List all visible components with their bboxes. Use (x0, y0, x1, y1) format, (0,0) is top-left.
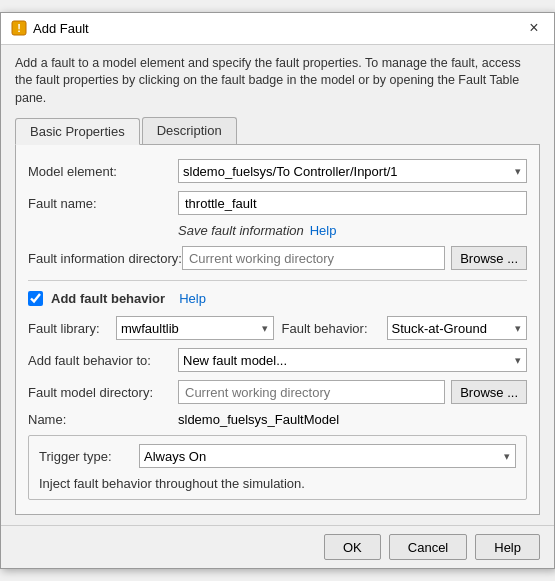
separator-1 (28, 280, 527, 281)
trigger-section: Trigger type: Always On Inject fault beh… (28, 435, 527, 500)
add-fault-behavior-to-wrapper: New fault model... (178, 348, 527, 372)
tab-basic-properties[interactable]: Basic Properties (15, 118, 140, 145)
fault-name-label: Fault name: (28, 196, 178, 211)
fault-info-dir-input[interactable] (182, 246, 445, 270)
add-fault-behavior-label: Add fault behavior (51, 291, 165, 306)
help-link-1[interactable]: Help (310, 223, 337, 238)
add-fault-behavior-to-label: Add fault behavior to: (28, 353, 178, 368)
add-fault-behavior-checkbox[interactable] (28, 291, 43, 306)
fault-icon: ! (11, 20, 27, 36)
fault-behavior-select[interactable]: Stuck-at-Ground (387, 316, 528, 340)
browse-button-2[interactable]: Browse ... (451, 380, 527, 404)
trigger-description: Inject fault behavior throughout the sim… (39, 476, 516, 491)
name-row: Name: sldemo_fuelsys_FaultModel (28, 412, 527, 427)
trigger-type-select-wrapper: Always On (139, 444, 516, 468)
tabs-container: Basic Properties Description (15, 117, 540, 145)
model-element-label: Model element: (28, 164, 178, 179)
tab-content-basic: Model element: sldemo_fuelsys/To Control… (15, 145, 540, 515)
add-fault-dialog: ! Add Fault × Add a fault to a model ele… (0, 12, 555, 570)
model-element-select-wrapper: sldemo_fuelsys/To Controller/Inport/1 (178, 159, 527, 183)
dialog-footer: OK Cancel Help (1, 525, 554, 568)
model-element-row: Model element: sldemo_fuelsys/To Control… (28, 159, 527, 183)
fault-info-dir-row: Fault information directory: Browse ... (28, 246, 527, 270)
save-fault-text: Save fault information (178, 223, 304, 238)
svg-text:!: ! (17, 22, 21, 34)
dialog-title: Add Fault (33, 21, 89, 36)
title-bar-left: ! Add Fault (11, 20, 89, 36)
fault-name-row: Fault name: (28, 191, 527, 215)
intro-text: Add a fault to a model element and speci… (15, 55, 540, 108)
add-fault-behavior-row: Add fault behavior Help (28, 291, 527, 306)
dialog-body: Add a fault to a model element and speci… (1, 45, 554, 526)
fault-library-select[interactable]: mwfaultlib (116, 316, 274, 340)
fault-library-col: Fault library: mwfaultlib (28, 316, 274, 340)
trigger-type-label: Trigger type: (39, 449, 139, 464)
add-fault-behavior-to-row: Add fault behavior to: New fault model..… (28, 348, 527, 372)
fault-model-dir-row: Fault model directory: Browse ... (28, 380, 527, 404)
title-bar: ! Add Fault × (1, 13, 554, 45)
fault-model-dir-input[interactable] (178, 380, 445, 404)
fault-library-select-wrapper: mwfaultlib (116, 316, 274, 340)
fault-model-dir-label: Fault model directory: (28, 385, 178, 400)
trigger-type-row: Trigger type: Always On (39, 444, 516, 468)
fault-library-behavior-row: Fault library: mwfaultlib Fault behavior… (28, 316, 527, 340)
ok-button[interactable]: OK (324, 534, 381, 560)
fault-name-input[interactable] (178, 191, 527, 215)
close-button[interactable]: × (524, 18, 544, 38)
tab-description[interactable]: Description (142, 117, 237, 144)
help-button[interactable]: Help (475, 534, 540, 560)
save-fault-row: Save fault information Help (178, 223, 527, 238)
help-link-2[interactable]: Help (179, 291, 206, 306)
cancel-button[interactable]: Cancel (389, 534, 467, 560)
fault-behavior-col: Fault behavior: Stuck-at-Ground (282, 316, 528, 340)
trigger-type-select[interactable]: Always On (139, 444, 516, 468)
name-value: sldemo_fuelsys_FaultModel (178, 412, 339, 427)
name-label: Name: (28, 412, 178, 427)
fault-behavior-select-wrapper: Stuck-at-Ground (387, 316, 528, 340)
model-element-select[interactable]: sldemo_fuelsys/To Controller/Inport/1 (178, 159, 527, 183)
add-fault-behavior-to-select[interactable]: New fault model... (178, 348, 527, 372)
fault-behavior-label: Fault behavior: (282, 321, 387, 336)
browse-button-1[interactable]: Browse ... (451, 246, 527, 270)
fault-library-label: Fault library: (28, 321, 116, 336)
fault-info-dir-label: Fault information directory: (28, 251, 182, 266)
